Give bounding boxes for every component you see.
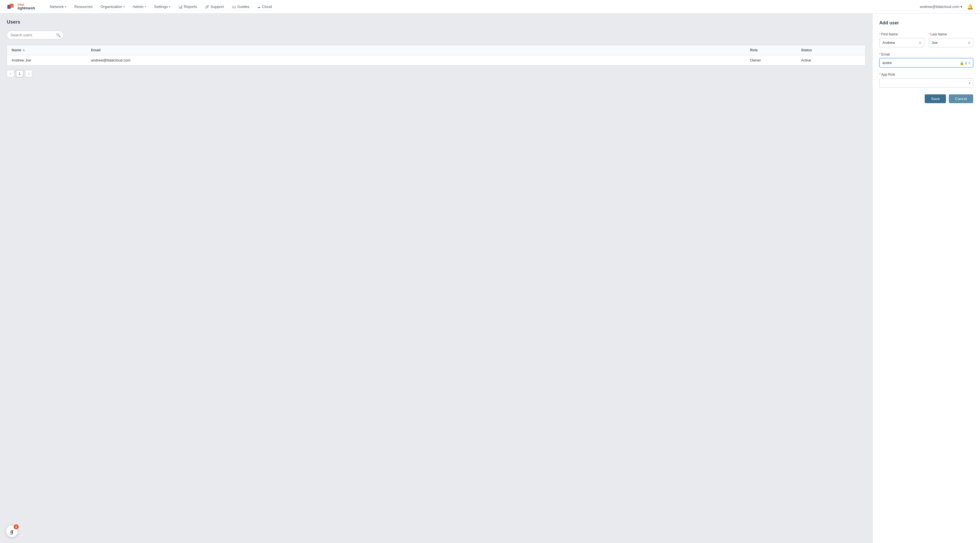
app-role-select-wrapper: ▾ [879,78,973,87]
user-email: andrew@tidalcloud.com [920,5,959,9]
logo-icon [7,3,15,11]
row-role: Owner [750,58,801,62]
nav-organization[interactable]: Organization ▾ [97,3,128,11]
last-name-group: *Last Name ✕ [929,32,974,47]
logo[interactable]: tidal lightmesh [7,3,35,11]
nav-settings-label: Settings [154,5,168,9]
user-dropdown-chevron: ▾ [961,5,963,9]
pagination: ‹ 1 › [7,70,865,77]
nav-cloud[interactable]: ☁ Cloud [254,3,275,11]
info-icon: ℹ [965,60,967,65]
nav-organization-label: Organization [100,5,122,9]
notification-bell-icon[interactable]: 🔔 [967,4,973,10]
save-button[interactable]: Save [925,94,946,103]
users-table: Name ⇅ Email Role Status Andrew Joe andr… [7,45,865,65]
email-input[interactable] [879,58,973,67]
col-name[interactable]: Name ⇅ [12,48,91,52]
last-name-clear-icon[interactable]: ✕ [967,41,971,45]
nav-network[interactable]: Network ▾ [46,3,70,11]
chevron-down-icon: ▾ [169,5,170,8]
first-name-input[interactable] [879,38,924,47]
cloud-icon: ☁ [257,5,261,9]
add-user-title: Add user [879,21,973,25]
nav-user[interactable]: andrew@tidalcloud.com ▾ [920,5,963,9]
col-role-label: Role [750,48,758,52]
search-input[interactable] [7,30,64,40]
nav-cloud-label: Cloud [262,5,272,9]
prev-page-button[interactable]: ‹ [7,70,14,77]
chevron-down-icon: ▾ [123,5,125,8]
nav-admin-label: Admin [133,5,143,9]
nav-reports[interactable]: 📊 Reports [175,3,200,11]
nav-support-label: Support [210,5,224,9]
col-status: Status [801,48,843,52]
email-label: *Email [879,52,973,56]
nav-admin[interactable]: Admin ▾ [129,3,150,11]
guides-icon: 📖 [232,5,236,9]
main-layout: Users 🔍 Name ⇅ Email Role Status [0,14,980,543]
email-input-icons: 🔒 ℹ ✕ [959,60,971,65]
add-user-panel: Add user *First Name ✕ *Last Name ✕ [872,14,980,543]
left-panel: Users 🔍 Name ⇅ Email Role Status [0,14,872,543]
app-role-group: *App Role ▾ [879,73,973,87]
col-status-label: Status [801,48,812,52]
email-clear-icon[interactable]: ✕ [968,60,971,65]
col-email: Email [91,48,750,52]
col-role: Role [750,48,801,52]
nav-guides-label: Guides [237,5,250,9]
nav-resources-label: Resources [74,5,93,9]
required-star: * [879,52,881,56]
col-actions [843,48,861,52]
first-name-wrapper: ✕ [879,38,924,47]
first-name-label: *First Name [879,32,924,36]
cancel-button[interactable]: Cancel [949,94,973,103]
nav-reports-label: Reports [184,5,197,9]
required-star: * [879,73,881,76]
first-name-group: *First Name ✕ [879,32,924,47]
nav-network-label: Network [49,5,64,9]
search-bar: 🔍 [7,30,64,40]
row-name: Andrew Joe [12,58,91,62]
email-group: *Email 🔒 ℹ ✕ [879,52,973,67]
app-role-select[interactable] [879,78,973,87]
email-wrapper: 🔒 ℹ ✕ [879,58,973,67]
nav-resources[interactable]: Resources [71,3,96,11]
required-star: * [879,32,881,36]
app-role-label: *App Role [879,73,973,76]
first-name-clear-icon[interactable]: ✕ [918,41,922,45]
row-status: Active [801,58,843,62]
chart-icon: 📊 [178,5,183,9]
col-email-label: Email [91,48,100,52]
last-name-label: *Last Name [929,32,974,36]
current-page: 1 [16,70,23,77]
badge-button[interactable]: g 5 [6,525,18,537]
search-icon: 🔍 [56,33,61,37]
navbar: tidal lightmesh Network ▾ Resources Orga… [0,0,980,14]
col-name-label: Name [12,48,21,52]
svg-rect-1 [10,4,14,8]
badge-icon: g [11,528,13,535]
table-header: Name ⇅ Email Role Status [7,45,865,55]
last-name-input[interactable] [929,38,974,47]
row-email: andrew@tidalcloud.com [91,58,750,62]
last-name-wrapper: ✕ [929,38,974,47]
page-title: Users [7,19,865,25]
support-icon: 🔗 [205,5,209,9]
lock-icon: 🔒 [959,60,964,65]
badge-count: 5 [14,524,19,529]
name-row: *First Name ✕ *Last Name ✕ [879,32,973,47]
chevron-down-icon: ▾ [65,5,66,8]
sort-icon: ⇅ [22,49,25,52]
required-star: * [929,32,930,36]
nav-support[interactable]: 🔗 Support [202,3,227,11]
nav-settings[interactable]: Settings ▾ [151,3,174,11]
bottom-badge: g 5 [6,525,18,537]
chevron-down-icon: ▾ [145,5,146,8]
form-actions: Save Cancel [879,94,973,103]
table-row[interactable]: Andrew Joe andrew@tidalcloud.com Owner A… [7,55,865,65]
navbar-nav: Network ▾ Resources Organization ▾ Admin… [46,3,920,11]
next-page-button[interactable]: › [25,70,32,77]
navbar-right: andrew@tidalcloud.com ▾ 🔔 [920,4,973,10]
nav-guides[interactable]: 📖 Guides [229,3,253,11]
logo-lightmesh-text: lightmesh [18,6,35,10]
